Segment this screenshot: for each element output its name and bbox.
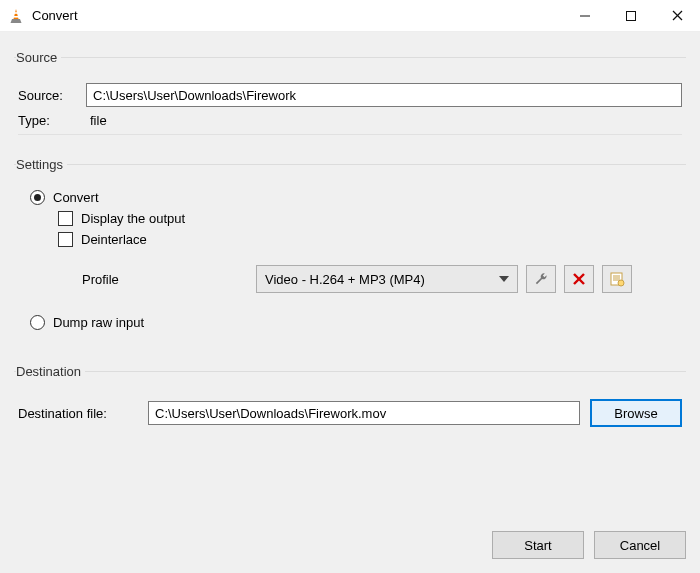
new-profile-icon bbox=[609, 271, 625, 287]
source-input[interactable] bbox=[86, 83, 682, 107]
svg-rect-1 bbox=[14, 12, 18, 14]
svg-rect-2 bbox=[13, 16, 19, 18]
display-output-checkbox[interactable]: Display the output bbox=[58, 211, 682, 226]
close-button[interactable] bbox=[654, 0, 700, 32]
convert-radio-label: Convert bbox=[53, 190, 99, 205]
maximize-button[interactable] bbox=[608, 0, 654, 32]
cancel-button-label: Cancel bbox=[620, 538, 660, 553]
deinterlace-label: Deinterlace bbox=[81, 232, 147, 247]
radio-icon bbox=[30, 315, 45, 330]
checkbox-icon bbox=[58, 211, 73, 226]
settings-legend: Settings bbox=[16, 157, 67, 172]
destination-file-label: Destination file: bbox=[18, 406, 138, 421]
svg-marker-8 bbox=[499, 276, 509, 282]
svg-marker-3 bbox=[11, 19, 22, 23]
browse-button[interactable]: Browse bbox=[590, 399, 682, 427]
close-icon bbox=[672, 10, 683, 21]
wrench-icon bbox=[533, 271, 549, 287]
profile-value: Video - H.264 + MP3 (MP4) bbox=[265, 272, 425, 287]
start-button[interactable]: Start bbox=[492, 531, 584, 559]
checkbox-icon bbox=[58, 232, 73, 247]
source-group: Source Source: Type: file bbox=[14, 50, 686, 143]
type-value: file bbox=[90, 113, 107, 128]
minimize-icon bbox=[580, 11, 590, 21]
vlc-icon bbox=[8, 8, 24, 24]
settings-group: Settings Convert Display the output Dein… bbox=[14, 157, 686, 350]
svg-rect-5 bbox=[627, 11, 636, 20]
browse-button-label: Browse bbox=[614, 406, 657, 421]
window-title: Convert bbox=[32, 8, 78, 23]
delete-profile-button[interactable] bbox=[564, 265, 594, 293]
dump-raw-label: Dump raw input bbox=[53, 315, 144, 330]
source-legend: Source bbox=[16, 50, 61, 65]
chevron-down-icon bbox=[499, 276, 509, 282]
convert-radio[interactable]: Convert bbox=[30, 190, 682, 205]
minimize-button[interactable] bbox=[562, 0, 608, 32]
edit-profile-button[interactable] bbox=[526, 265, 556, 293]
dump-raw-radio[interactable]: Dump raw input bbox=[30, 315, 682, 330]
display-output-label: Display the output bbox=[81, 211, 185, 226]
titlebar: Convert bbox=[0, 0, 700, 32]
cancel-button[interactable]: Cancel bbox=[594, 531, 686, 559]
type-label: Type: bbox=[18, 113, 86, 128]
convert-window: Convert Source Source: Type: file bbox=[0, 0, 700, 573]
dialog-footer: Start Cancel bbox=[0, 519, 700, 573]
destination-legend: Destination bbox=[16, 364, 85, 379]
maximize-icon bbox=[626, 11, 636, 21]
profile-select[interactable]: Video - H.264 + MP3 (MP4) bbox=[256, 265, 518, 293]
delete-x-icon bbox=[572, 272, 586, 286]
destination-file-input[interactable] bbox=[148, 401, 580, 425]
new-profile-button[interactable] bbox=[602, 265, 632, 293]
start-button-label: Start bbox=[524, 538, 551, 553]
source-label: Source: bbox=[18, 88, 86, 103]
profile-label: Profile bbox=[46, 272, 256, 287]
destination-group: Destination Destination file: Browse bbox=[14, 364, 686, 443]
svg-point-15 bbox=[618, 280, 624, 286]
deinterlace-checkbox[interactable]: Deinterlace bbox=[58, 232, 682, 247]
radio-icon bbox=[30, 190, 45, 205]
